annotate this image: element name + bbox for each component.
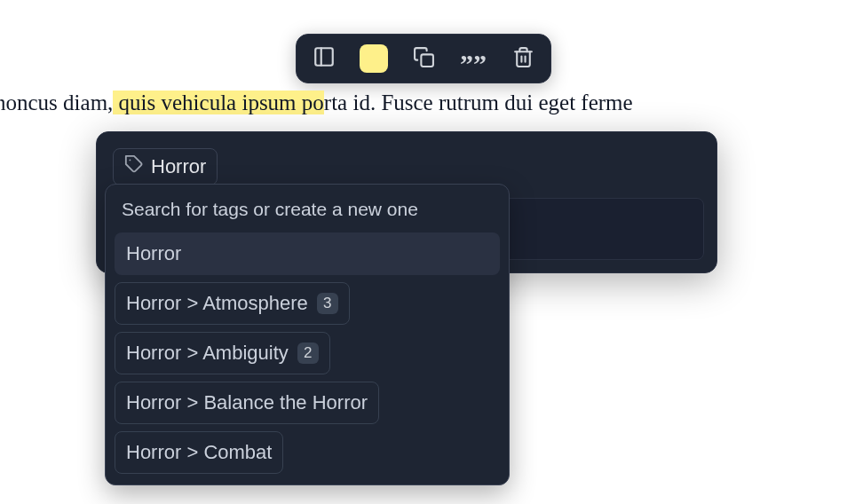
dropdown-item[interactable]: Horror > Combat	[115, 431, 283, 474]
dropdown-item[interactable]: Horror > Ambiguity 2	[115, 332, 330, 374]
dropdown-item-label: Horror	[126, 242, 181, 265]
dropdown-item-label: Horror > Atmosphere	[126, 292, 308, 315]
dropdown-item-label: Horror > Ambiguity	[126, 342, 289, 365]
dropdown-item-label: Horror > Balance the Horror	[126, 391, 368, 414]
count-badge: 2	[297, 343, 319, 364]
text-before-highlight: m rhoncus diam,	[0, 91, 113, 114]
quote-icon: ””	[460, 48, 487, 70]
document-text: m rhoncus diam, quis vehicula ipsum port…	[0, 87, 847, 118]
tag-icon	[124, 154, 144, 179]
dropdown-item-label: Horror > Combat	[126, 441, 272, 464]
dropdown-item[interactable]: Horror	[115, 232, 500, 275]
svg-rect-2	[421, 54, 433, 67]
highlight-swatch	[360, 44, 388, 73]
dropdown-item[interactable]: Horror > Balance the Horror	[115, 382, 379, 424]
quote-button[interactable]: ””	[456, 42, 490, 75]
highlighted-text: quis vehicula ipsum po	[113, 91, 323, 114]
sidebar-toggle-button[interactable]	[307, 42, 341, 75]
dropdown-header: Search for tags or create a new one	[115, 193, 500, 232]
copy-icon	[413, 46, 435, 72]
selection-toolbar: ””	[296, 34, 551, 83]
svg-rect-0	[315, 48, 333, 66]
dropdown-item[interactable]: Horror > Atmosphere 3	[115, 282, 350, 325]
delete-button[interactable]	[506, 42, 540, 75]
tag-chip[interactable]: Horror	[113, 148, 218, 185]
text-after-highlight: rta id. Fusce rutrum dui eget ferme	[324, 91, 633, 114]
tag-input-row[interactable]: Horror	[109, 145, 704, 189]
highlight-color-button[interactable]	[357, 42, 391, 75]
count-badge: 3	[317, 293, 338, 314]
tag-search-dropdown: Search for tags or create a new one Horr…	[105, 184, 510, 485]
panel-icon	[313, 45, 336, 72]
trash-icon	[512, 46, 534, 72]
copy-button[interactable]	[407, 42, 440, 75]
tag-chip-label: Horror	[151, 155, 206, 178]
